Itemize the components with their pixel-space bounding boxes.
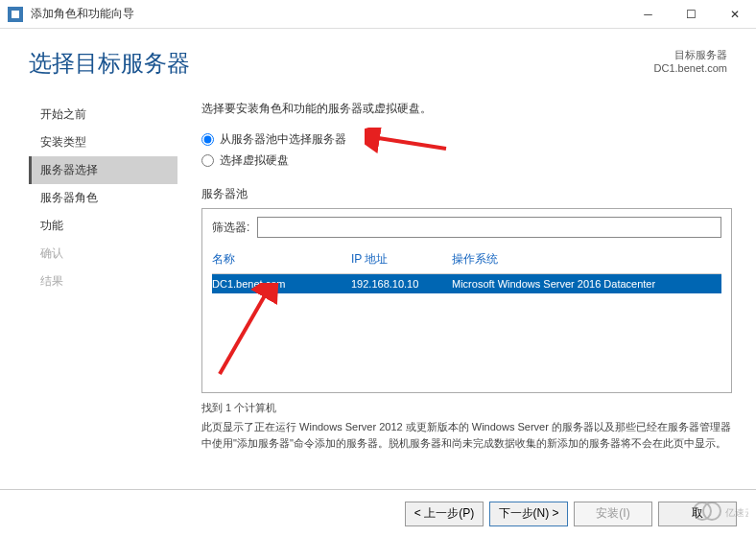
filter-label: 筛选器:	[212, 220, 249, 236]
cell-os: Microsoft Windows Server 2016 Datacenter	[452, 278, 721, 290]
filter-input[interactable]	[257, 217, 721, 238]
radio-server-pool-label: 从服务器池中选择服务器	[220, 131, 346, 148]
nav-install-type[interactable]: 安装类型	[29, 128, 177, 156]
table-row[interactable]: DC1.benet.com 192.168.10.10 Microsoft Wi…	[212, 274, 721, 293]
instruction-text: 选择要安装角色和功能的服务器或虚拟硬盘。	[201, 101, 732, 117]
minimize-button[interactable]: ─	[626, 0, 670, 29]
radio-group: 从服务器池中选择服务器 选择虚拟硬盘	[201, 131, 732, 169]
sidebar: 开始之前 安装类型 服务器选择 服务器角色 功能 确认 结果	[29, 93, 177, 472]
server-pool-label: 服务器池	[201, 186, 732, 202]
nav-server-roles[interactable]: 服务器角色	[29, 184, 177, 212]
cell-ip: 192.168.10.10	[351, 278, 452, 290]
nav-server-selection[interactable]: 服务器选择	[29, 156, 177, 184]
cell-name: DC1.benet.com	[212, 278, 351, 290]
header: 选择目标服务器 目标服务器 DC1.benet.com	[0, 29, 756, 93]
dest-label: 目标服务器	[654, 48, 727, 62]
table-header: 名称 IP 地址 操作系统	[212, 247, 721, 274]
main-panel: 选择要安装角色和功能的服务器或虚拟硬盘。 从服务器池中选择服务器 选择虚拟硬盘 …	[177, 93, 756, 472]
nav-features[interactable]: 功能	[29, 212, 177, 240]
col-header-os[interactable]: 操作系统	[452, 251, 721, 268]
description-text: 此页显示了正在运行 Windows Server 2012 或更新版本的 Win…	[201, 419, 732, 451]
close-button[interactable]: ✕	[713, 0, 756, 29]
install-button: 安装(I)	[574, 502, 652, 526]
col-header-name[interactable]: 名称	[212, 251, 351, 268]
radio-vhd-label: 选择虚拟硬盘	[220, 152, 289, 169]
destination-info: 目标服务器 DC1.benet.com	[654, 48, 727, 79]
watermark: 亿速云	[691, 497, 748, 529]
footer: < 上一步(P) 下一步(N) > 安装(I) 取	[0, 489, 756, 537]
table-body: DC1.benet.com 192.168.10.10 Microsoft Wi…	[212, 274, 721, 385]
radio-server-pool[interactable]: 从服务器池中选择服务器	[201, 131, 732, 148]
svg-text:亿速云: 亿速云	[724, 507, 748, 518]
dest-value: DC1.benet.com	[654, 62, 727, 74]
nav-confirmation: 确认	[29, 240, 177, 268]
prev-button[interactable]: < 上一步(P)	[405, 502, 484, 526]
page-title: 选择目标服务器	[29, 48, 654, 79]
titlebar: 添加角色和功能向导 ─ ☐ ✕	[0, 0, 756, 29]
nav-results: 结果	[29, 268, 177, 295]
window-controls: ─ ☐ ✕	[626, 0, 756, 29]
radio-vhd-input[interactable]	[201, 154, 214, 167]
col-header-ip[interactable]: IP 地址	[351, 251, 452, 268]
next-button[interactable]: 下一步(N) >	[489, 502, 568, 526]
radio-server-pool-input[interactable]	[201, 133, 214, 146]
computer-count: 找到 1 个计算机	[201, 401, 732, 415]
server-pool-box: 筛选器: 名称 IP 地址 操作系统 DC1.benet.com 192.168…	[201, 208, 732, 393]
filter-row: 筛选器:	[212, 217, 721, 238]
nav-before-begin[interactable]: 开始之前	[29, 101, 177, 128]
app-icon	[8, 7, 23, 22]
maximize-button[interactable]: ☐	[670, 0, 713, 29]
radio-vhd[interactable]: 选择虚拟硬盘	[201, 152, 732, 169]
svg-rect-0	[12, 11, 19, 18]
window-title: 添加角色和功能向导	[31, 6, 626, 22]
